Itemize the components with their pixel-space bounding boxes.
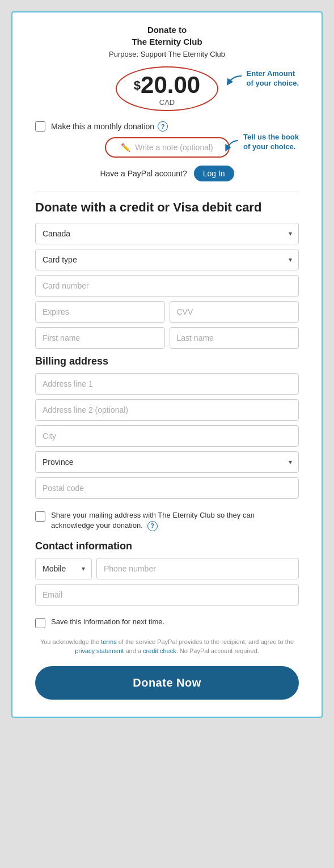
address-line2-input[interactable]: [35, 399, 299, 421]
dollar-sign: $: [134, 78, 141, 92]
first-name-input[interactable]: [35, 327, 165, 349]
share-address-label: Share your mailing address with The Eter…: [51, 510, 299, 531]
paypal-login-button[interactable]: Log In: [194, 166, 234, 181]
tell-book-text: Tell us the bookof your choice.: [243, 133, 299, 152]
divider: [35, 192, 299, 192]
amount-section: $20.00 CAD Enter Amountof your choice.: [35, 66, 299, 111]
monthly-help-icon[interactable]: ?: [158, 121, 168, 132]
amount-currency: CAD: [134, 98, 200, 107]
monthly-row: Make this a monthly donation ?: [35, 121, 299, 132]
phone-row: Mobile Home Work ▾: [35, 558, 299, 579]
country-select-wrapper: Canada United States United Kingdom ▾: [35, 223, 299, 244]
country-select[interactable]: Canada United States United Kingdom: [35, 223, 299, 244]
save-info-row: Save this information for next time.: [35, 617, 299, 628]
note-oval[interactable]: ✏️ Write a note (optional): [105, 137, 230, 158]
amount-value: 20.00: [141, 71, 200, 98]
name-row: [35, 327, 299, 349]
arrow-icon: [222, 71, 244, 90]
monthly-checkbox[interactable]: [35, 121, 45, 132]
cvv-input[interactable]: [170, 301, 299, 323]
note-arrow-icon: [218, 137, 241, 155]
save-info-label: Save this information for next time.: [51, 617, 164, 627]
terms-text: You acknowledge the terms of the service…: [35, 637, 299, 656]
postal-code-input[interactable]: [35, 477, 299, 499]
purpose-text: Purpose: Support The Eternity Club: [35, 50, 299, 58]
header-section: Donate to The Eternity Club Purpose: Sup…: [35, 24, 299, 58]
paypal-row: Have a PayPal account? Log In: [35, 166, 299, 181]
expires-input[interactable]: [35, 301, 165, 323]
share-address-row: Share your mailing address with The Eter…: [35, 510, 299, 531]
phone-type-select[interactable]: Mobile Home Work: [35, 558, 92, 579]
phone-type-wrapper: Mobile Home Work ▾: [35, 558, 92, 579]
share-address-help-icon[interactable]: ?: [147, 521, 158, 531]
note-row: ✏️ Write a note (optional) Tell us the b…: [35, 137, 299, 158]
donate-now-button[interactable]: Donate Now: [35, 666, 299, 700]
note-annotation: Tell us the bookof your choice.: [218, 133, 299, 155]
amount-oval[interactable]: $20.00 CAD: [116, 66, 218, 111]
address-line1-input[interactable]: [35, 373, 299, 395]
province-select[interactable]: Province Alberta British Columbia Manito…: [35, 451, 299, 473]
paypal-text: Have a PayPal account?: [100, 169, 187, 178]
card-type-select-wrapper: Card type Visa Mastercard American Expre…: [35, 249, 299, 270]
billing-title: Billing address: [35, 355, 299, 367]
privacy-link[interactable]: privacy statement: [75, 647, 124, 654]
pencil-icon: ✏️: [121, 143, 130, 152]
card-type-select[interactable]: Card type Visa Mastercard American Expre…: [35, 249, 299, 270]
save-info-checkbox[interactable]: [35, 618, 45, 628]
phone-number-input[interactable]: [96, 558, 299, 579]
main-container: Donate to The Eternity Club Purpose: Sup…: [11, 11, 323, 718]
terms-link[interactable]: terms: [101, 638, 117, 645]
card-number-input[interactable]: [35, 275, 299, 297]
note-placeholder: Write a note (optional): [135, 143, 213, 152]
amount-oval-wrapper[interactable]: $20.00 CAD: [116, 66, 218, 111]
enter-amount-annotation: Enter Amountof your choice.: [222, 69, 299, 90]
province-select-wrapper: Province Alberta British Columbia Manito…: [35, 451, 299, 473]
city-input[interactable]: [35, 425, 299, 447]
contact-title: Contact information: [35, 540, 299, 552]
email-input[interactable]: [35, 584, 299, 606]
credit-section-title: Donate with a credit or Visa debit card: [35, 200, 299, 215]
credit-check-link[interactable]: credit check: [143, 647, 176, 654]
share-address-checkbox[interactable]: [35, 511, 45, 522]
last-name-input[interactable]: [170, 327, 299, 349]
expires-cvv-row: [35, 301, 299, 323]
enter-amount-text: Enter Amountof your choice.: [247, 69, 299, 88]
header-title: Donate to The Eternity Club: [35, 24, 299, 48]
monthly-label: Make this a monthly donation ?: [51, 121, 168, 132]
